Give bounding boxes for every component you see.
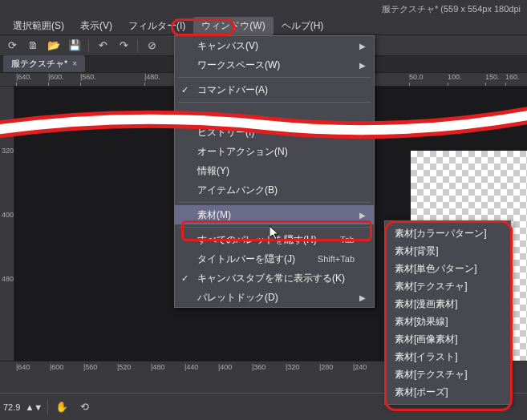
ruler-tick: 50.0	[409, 73, 424, 81]
zoom-stepper[interactable]: ▲▼	[25, 402, 43, 412]
menu-label: コマンドバー(A)	[197, 83, 268, 97]
menu-label: 情報(Y)	[197, 164, 229, 178]
sync-icon[interactable]: ⟳	[3, 38, 21, 54]
ruler-tick: 100.	[448, 73, 462, 81]
ruler-tick: 320	[2, 147, 14, 155]
ruler-tick: |600.	[48, 73, 64, 81]
separator	[88, 39, 89, 52]
ruler-tick: |360	[252, 363, 266, 371]
document-title: 服テクスチャ* (559 x 554px 180dpi	[382, 3, 521, 15]
menu-separator	[178, 77, 371, 78]
menu-filter[interactable]: フィルター(I)	[120, 17, 193, 35]
close-icon[interactable]: ×	[72, 59, 77, 68]
ruler-tick: |640.	[16, 73, 32, 81]
separator	[47, 400, 48, 414]
tab-document[interactable]: 服テクスチャ* ×	[3, 55, 85, 72]
menu-separator	[178, 202, 371, 203]
save-icon[interactable]: 💾	[66, 38, 83, 54]
menu-shortcut: Tab	[340, 235, 355, 244]
menu-label: ワークスペース(W)	[197, 59, 280, 72]
menu-label: タイトルバーを隠す(J)	[197, 252, 295, 266]
menu-help[interactable]: ヘルプ(H)	[274, 17, 332, 35]
menu-item[interactable]: 素材(M)▶	[175, 205, 374, 224]
submenu-item[interactable]: 素材[漫画素材]	[385, 295, 510, 313]
ruler-tick: 400	[2, 211, 14, 219]
menu-item[interactable]: ヒストリー(I)	[175, 123, 374, 142]
zoom-value: 72.9	[3, 402, 20, 412]
menu-selection[interactable]: 選択範囲(S)	[5, 17, 72, 35]
check-icon: ✓	[181, 273, 189, 284]
ruler-vertical: 320400480	[0, 87, 14, 361]
clear-icon[interactable]: ⊘	[143, 38, 160, 54]
menubar: 選択範囲(S) 表示(V) フィルター(I) ウィンドウ(W) ヘルプ(H)	[0, 18, 527, 35]
open-icon[interactable]: 📂	[45, 38, 63, 54]
ruler-tick: |480	[151, 363, 164, 371]
menu-item[interactable]: ✓コマンドバー(A)	[175, 80, 374, 99]
titlebar: 服テクスチャ* (559 x 554px 180dpi	[0, 0, 527, 18]
new-icon[interactable]: 🗎	[24, 38, 42, 54]
ruler-tick: |520	[117, 363, 131, 371]
menu-label: 素材(M)	[197, 208, 231, 222]
check-icon: ✓	[181, 85, 189, 95]
menu-shortcut: Shift+Tab	[318, 254, 355, 264]
menu-label: キャンバスタブを常に表示する(K)	[197, 272, 345, 285]
menu-item[interactable]: ワークスペース(W)▶	[175, 55, 374, 75]
tab-label: 服テクスチャ*	[11, 58, 67, 70]
menu-label: パレットドック(D)	[197, 291, 278, 305]
ruler-tick: |240	[353, 363, 367, 371]
menu-item[interactable]: 情報(Y)	[175, 161, 374, 180]
chevron-right-icon: ▶	[359, 61, 366, 70]
menu-label: オートアクション(N)	[197, 145, 288, 159]
rotate-icon[interactable]: ⟲	[75, 399, 93, 415]
submenu-item[interactable]: 素材[テクスチャ]	[385, 277, 510, 295]
menu-item[interactable]: ✓キャンバスタブを常に表示する(K)	[175, 269, 374, 288]
window-dropdown: キャンバス(V)▶ワークスペース(W)▶✓コマンドバー(A)ヒストリー(I)オー…	[174, 35, 375, 308]
submenu-item[interactable]: 素材[背景]	[385, 242, 510, 260]
ruler-tick: |480.	[144, 73, 160, 81]
menu-label: アイテムバンク(B)	[197, 184, 278, 197]
ruler-tick: |600	[50, 363, 63, 371]
ruler-tick: |560.	[80, 73, 96, 81]
menu-item[interactable]: すべてのパレットを隠す(H)Tab	[175, 230, 374, 249]
ruler-tick: 150.	[485, 73, 500, 81]
submenu-item[interactable]: 素材[効果線]	[385, 313, 510, 330]
menu-item[interactable]: タイトルバーを隠す(J)Shift+Tab	[175, 249, 374, 269]
submenu-item[interactable]: 素材[カラーパターン]	[385, 224, 510, 242]
menu-label: キャンバス(V)	[197, 39, 258, 53]
material-submenu: 素材[カラーパターン]素材[背景]素材[単色パターン]素材[テクスチャ]素材[漫…	[384, 220, 511, 405]
undo-icon[interactable]: ↶	[94, 38, 111, 54]
chevron-right-icon: ▶	[359, 42, 366, 50]
ruler-tick: |280	[319, 363, 333, 371]
redo-icon[interactable]: ↷	[115, 38, 132, 54]
submenu-item[interactable]: 素材[単色パターン]	[385, 260, 510, 277]
menu-item[interactable]: アイテムバンク(B)	[175, 180, 374, 200]
menu-separator	[178, 227, 371, 228]
ruler-tick: |400	[218, 363, 232, 371]
chevron-right-icon: ▶	[359, 211, 366, 220]
submenu-item[interactable]: 素材[イラスト]	[385, 348, 510, 365]
menu-item[interactable]: パレットドック(D)▶	[175, 288, 374, 307]
submenu-item[interactable]: 素材[ポーズ]	[385, 383, 510, 401]
ruler-tick: 480	[2, 275, 14, 283]
ruler-tick: 160.	[505, 73, 520, 81]
menu-view[interactable]: 表示(V)	[72, 17, 120, 35]
menu-label: ヒストリー(I)	[197, 126, 254, 139]
ruler-tick: |440	[184, 363, 198, 371]
menu-item[interactable]: オートアクション(N)	[175, 142, 374, 161]
hand-icon[interactable]: ✋	[53, 399, 71, 415]
ruler-tick: |560	[83, 363, 97, 371]
ruler-tick: |320	[286, 363, 299, 371]
submenu-item[interactable]: 素材[画像素材]	[385, 330, 510, 348]
menu-item[interactable]: キャンバス(V)▶	[175, 36, 374, 55]
menu-gap	[175, 105, 374, 123]
submenu-item[interactable]: 素材[テクスチャ]	[385, 365, 510, 383]
menu-label: すべてのパレットを隠す(H)	[197, 233, 317, 247]
ruler-tick: |640	[16, 363, 30, 371]
separator	[137, 39, 138, 52]
menu-separator	[178, 102, 371, 103]
menu-window[interactable]: ウィンドウ(W)	[193, 17, 273, 35]
chevron-right-icon: ▶	[359, 293, 366, 302]
